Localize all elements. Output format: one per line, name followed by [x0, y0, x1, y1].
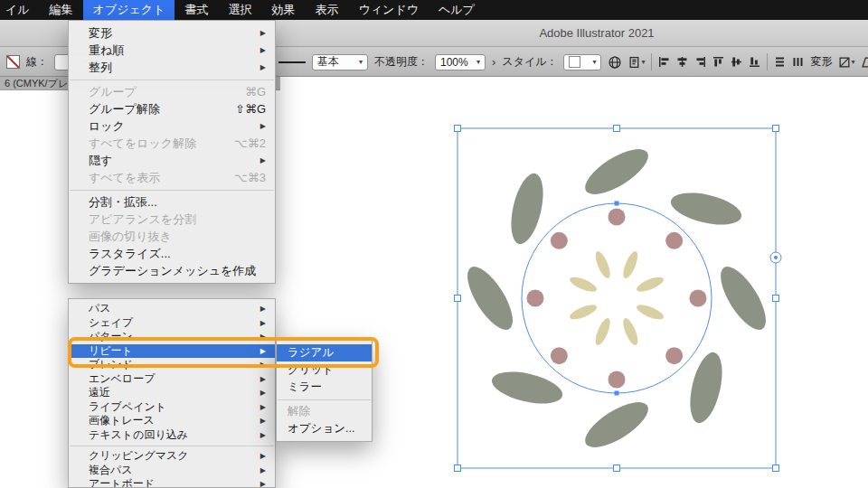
publish-online-icon[interactable]	[608, 55, 622, 70]
menu-item-release: 解除	[277, 403, 372, 420]
submenu-arrow-icon: ▶	[260, 477, 266, 488]
submenu-arrow-icon: ▶	[260, 344, 266, 359]
chevron-down-icon: ▾	[592, 58, 596, 66]
distribute-horizontal-icon[interactable]	[792, 56, 804, 68]
submenu-arrow-icon: ▶	[260, 400, 266, 415]
menu-divider	[278, 399, 371, 400]
menubar-item-edit[interactable]: 編集	[40, 0, 83, 20]
divider	[651, 53, 652, 70]
menu-item-mirror[interactable]: ミラー	[277, 379, 372, 396]
align-vertical-top-icon[interactable]	[712, 56, 724, 68]
menu-item-path[interactable]: パス▶	[69, 302, 275, 316]
menubar-item-type[interactable]: 書式	[175, 0, 218, 20]
submenu-arrow-icon: ▶	[260, 59, 266, 76]
menu-item-lock[interactable]: ロック▶	[69, 117, 275, 135]
menu-item-image-trace[interactable]: 画像トレース▶	[69, 414, 275, 428]
style-label: スタイル：	[502, 54, 557, 70]
submenu-arrow-icon: ▶	[260, 449, 266, 464]
menu-item-shape[interactable]: シェイプ▶	[69, 316, 275, 331]
style-swatch	[569, 56, 580, 68]
stroke-style-preview	[278, 61, 306, 63]
app-window: イル 編集 オブジェクト 書式 選択 効果 表示 ウィンドウ ヘルプ Adobe…	[0, 0, 868, 488]
menubar-item-window[interactable]: ウィンドウ	[348, 0, 429, 20]
repeat-submenu-panel: ラジアル グリッド ミラー 解除 オプション...	[276, 340, 373, 442]
menu-divider	[70, 80, 274, 80]
window-title: Adobe Illustrator 2021	[502, 20, 692, 47]
shear-icon[interactable]: ▾	[862, 56, 868, 69]
submenu-arrow-icon: ▶	[260, 316, 266, 331]
menu-item-group: グループ⌘G	[69, 83, 275, 100]
menu-item-crop-image: 画像の切り抜き	[69, 228, 275, 245]
submenu-arrow-icon: ▶	[260, 302, 266, 316]
submenu-arrow-icon: ▶	[260, 117, 266, 135]
menubar-item-object[interactable]: オブジェクト	[83, 0, 175, 20]
menu-item-arrange[interactable]: 重ね順▶	[69, 42, 275, 59]
radial-repeat-circle[interactable]	[522, 203, 712, 393]
object-menu-panel-top: 変形▶ 重ね順▶ 整列▶ グループ⌘G グループ解除⇧⌘G ロック▶ すべてをロ…	[68, 20, 276, 284]
menu-item-expand[interactable]: 分割・拡張...	[69, 193, 275, 211]
stroke-color-swatch[interactable]	[6, 55, 20, 69]
menu-item-show-all: すべてを表示⌥⌘3	[69, 169, 275, 186]
menu-item-transform[interactable]: 変形▶	[69, 24, 275, 42]
menu-item-radial[interactable]: ラジアル	[277, 344, 372, 361]
menu-item-envelope[interactable]: エンベロープ▶	[69, 372, 275, 387]
radial-repeat-control-dot	[774, 256, 778, 259]
menu-item-options[interactable]: オプション...	[277, 420, 372, 437]
menubar-item-help[interactable]: ヘルプ	[429, 0, 485, 20]
submenu-arrow-icon: ▶	[260, 428, 266, 443]
menu-item-artboards[interactable]: アートボード▶	[69, 477, 275, 488]
menu-item-rasterize[interactable]: ラスタライズ...	[69, 245, 275, 262]
menu-item-live-paint[interactable]: ライブペイント▶	[69, 400, 275, 415]
submenu-arrow-icon: ▶	[260, 152, 266, 169]
menu-item-align[interactable]: 整列▶	[69, 59, 275, 76]
submenu-arrow-icon: ▶	[260, 24, 266, 42]
chevron-down-icon: ▾	[359, 58, 363, 66]
submenu-arrow-icon: ▶	[260, 464, 266, 478]
brush-definition-select[interactable]: 基本 ▾	[312, 54, 368, 70]
align-horizontal-right-icon[interactable]	[694, 56, 706, 68]
graphic-style-select[interactable]: ▾	[563, 54, 601, 70]
submenu-arrow-icon: ▶	[260, 372, 266, 387]
menu-item-blend[interactable]: ブレンド▶	[69, 358, 275, 372]
opacity-value: 100%	[440, 56, 468, 69]
chevron-down-icon: ▾	[851, 58, 854, 66]
menu-item-expand-appearance: アピアランスを分割	[69, 211, 275, 228]
menubar: イル 編集 オブジェクト 書式 選択 効果 表示 ウィンドウ ヘルプ	[0, 0, 868, 20]
submenu-arrow-icon: ▶	[260, 386, 266, 400]
menubar-item-select[interactable]: 選択	[218, 0, 261, 20]
menu-item-grid[interactable]: グリッド	[277, 361, 372, 379]
chevron-down-icon: ▾	[641, 58, 645, 66]
divider	[767, 53, 768, 70]
menu-item-text-wrap[interactable]: テキストの回り込み▶	[69, 428, 275, 443]
submenu-arrow-icon: ▶	[260, 330, 266, 344]
document-setup-icon[interactable]: ▾	[628, 56, 645, 69]
menu-divider	[70, 446, 274, 446]
menu-item-unlock-all: すべてをロック解除⌥⌘2	[69, 135, 275, 152]
menubar-item-view[interactable]: 表示	[305, 0, 348, 20]
submenu-arrow-icon: ▶	[260, 358, 266, 372]
submenu-arrow-icon: ▶	[260, 42, 266, 59]
brush-definition-value: 基本	[317, 54, 339, 70]
menu-item-compound-path[interactable]: 複合パス▶	[69, 464, 275, 478]
object-menu-panel-bottom: パス▶ シェイプ▶ パターン▶ リピート▶ ブレンド▶ エンベロープ▶ 遠近▶ …	[68, 298, 276, 488]
menu-item-clipping-mask[interactable]: クリッピングマスク▶	[69, 449, 275, 464]
menu-item-hide[interactable]: 隠す▶	[69, 152, 275, 169]
menu-item-create-gradient-mesh[interactable]: グラデーションメッシュを作成	[69, 262, 275, 279]
transform-label: 変形	[810, 54, 832, 70]
menubar-item-effect[interactable]: 効果	[261, 0, 305, 20]
chevron-down-icon: ▾	[476, 58, 480, 66]
align-vertical-bottom-icon[interactable]	[749, 56, 760, 68]
align-vertical-center-icon[interactable]	[731, 56, 742, 68]
transform-panel-icon[interactable]: ▾	[838, 56, 854, 69]
menu-item-ungroup[interactable]: グループ解除⇧⌘G	[69, 100, 275, 117]
menu-item-perspective[interactable]: 遠近▶	[69, 386, 275, 400]
opacity-label: 不透明度：	[374, 54, 429, 70]
menu-item-pattern[interactable]: パターン▶	[69, 330, 275, 344]
align-horizontal-left-icon[interactable]	[658, 56, 670, 68]
distribute-vertical-icon[interactable]	[774, 56, 786, 68]
align-horizontal-center-icon[interactable]	[676, 56, 688, 68]
menubar-item-file-partial[interactable]: イル	[0, 0, 40, 20]
opacity-select[interactable]: 100% ▾	[435, 54, 486, 70]
menu-item-repeat[interactable]: リピート▶	[69, 344, 275, 359]
opacity-options-chevron-icon[interactable]: ›	[492, 55, 495, 69]
